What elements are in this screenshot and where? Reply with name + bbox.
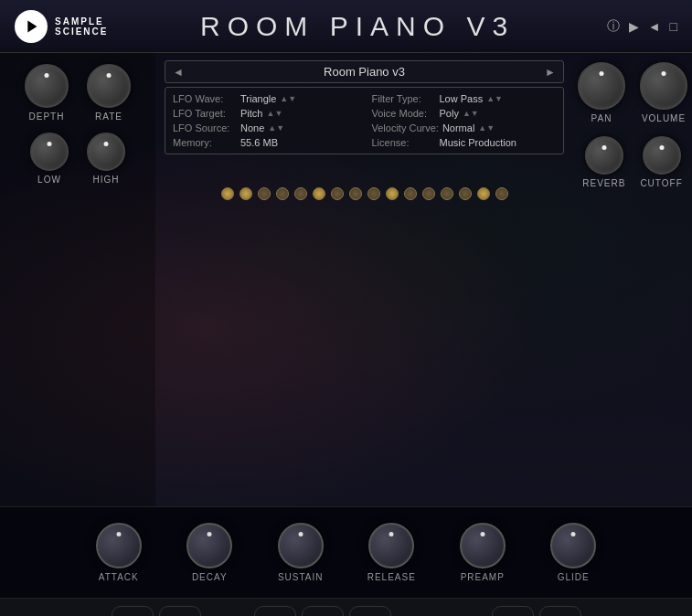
pads-row-top (11, 606, 681, 616)
logo-area: SAMPLE SCIENCE (15, 10, 108, 43)
dot-11[interactable] (404, 187, 417, 200)
license-label: License: (372, 137, 436, 148)
info-grid: LFO Wave: Triangle ▲▼ Filter Type: Low P… (165, 87, 564, 154)
dot-8[interactable] (349, 187, 362, 200)
envelope-section: ATTACK DECAY SUSTAIN RELEASE PREAMP GLID… (0, 506, 692, 598)
pan-knob[interactable] (578, 62, 625, 110)
center-panel: ◄ Room Piano v3 ► LFO Wave: Triangle ▲▼ … (155, 53, 573, 506)
attack-label: ATTACK (99, 572, 139, 582)
dot-9[interactable] (367, 187, 380, 200)
pad-top-7[interactable] (539, 606, 581, 616)
voice-mode-cell: Voice Mode: Poly ▲▼ (372, 108, 557, 119)
dot-7[interactable] (331, 187, 344, 200)
preset-next-button[interactable]: ► (545, 66, 556, 79)
logo-icon (15, 10, 48, 43)
preset-bar: ◄ Room Piano v3 ► (165, 60, 564, 83)
bottom-knob-row: LOW HIGH (30, 133, 125, 185)
window-button[interactable]: □ (670, 19, 677, 34)
lfo-target-stepper[interactable]: ▲▼ (266, 110, 282, 118)
info-button[interactable]: ⓘ (607, 18, 620, 35)
lfo-wave-stepper[interactable]: ▲▼ (280, 95, 296, 103)
pad-top-6[interactable] (492, 606, 534, 616)
lfo-wave-label: LFO Wave: (173, 93, 237, 104)
pad-spacer-2 (397, 606, 439, 616)
preamp-group: PREAMP (437, 523, 528, 582)
glide-group: GLIDE (528, 523, 620, 582)
lfo-source-cell: LFO Source: None ▲▼ (173, 122, 357, 133)
pads-section (0, 598, 692, 616)
low-label: LOW (37, 175, 61, 185)
preset-name: Room Piano v3 (324, 65, 405, 79)
voice-mode-stepper[interactable]: ▲▼ (463, 110, 479, 118)
rate-label: RATE (95, 112, 122, 122)
dot-3[interactable] (258, 187, 271, 200)
voice-mode-value: Poly (440, 108, 459, 119)
decay-knob[interactable] (186, 523, 232, 568)
lfo-wave-cell: LFO Wave: Triangle ▲▼ (173, 93, 357, 104)
pad-spacer-3 (444, 606, 486, 616)
dot-15[interactable] (477, 187, 490, 200)
attack-knob[interactable] (96, 523, 142, 568)
lfo-source-stepper[interactable]: ▲▼ (268, 124, 284, 133)
velocity-stepper[interactable]: ▲▼ (478, 124, 495, 133)
release-label: RELEASE (367, 572, 416, 582)
preamp-knob[interactable] (460, 523, 506, 568)
dot-16[interactable] (495, 187, 508, 200)
sustain-label: SUSTAIN (278, 572, 324, 582)
sustain-group: SUSTAIN (255, 523, 346, 582)
reverb-label: REVERB (582, 178, 625, 188)
dot-13[interactable] (441, 187, 453, 200)
dot-1[interactable] (221, 187, 234, 200)
pad-spacer-1 (207, 606, 249, 616)
sustain-knob[interactable] (278, 523, 324, 568)
release-knob[interactable] (368, 523, 414, 568)
filter-type-label: Filter Type: (372, 93, 436, 104)
filter-type-stepper[interactable]: ▲▼ (486, 95, 503, 103)
play-button[interactable]: ▶ (629, 19, 639, 34)
pad-top-3[interactable] (254, 606, 296, 616)
reverb-knob[interactable] (585, 136, 623, 175)
cutoff-knob[interactable] (643, 136, 681, 175)
high-knob[interactable] (87, 133, 125, 171)
memory-value: 55.6 MB (240, 137, 278, 148)
info-row-1: LFO Wave: Triangle ▲▼ Filter Type: Low P… (173, 91, 556, 106)
pad-top-1[interactable] (112, 606, 154, 616)
attack-group: ATTACK (73, 523, 165, 582)
rate-knob[interactable] (87, 64, 131, 108)
info-row-4: Memory: 55.6 MB License: Music Productio… (173, 135, 556, 150)
depth-label: DEPTH (29, 112, 65, 122)
depth-knob[interactable] (25, 64, 69, 108)
glide-knob[interactable] (550, 523, 596, 568)
low-knob[interactable] (30, 133, 69, 171)
volume-group: VOLUME (640, 62, 687, 123)
velocity-cell: Velocity Curve: Normal ▲▼ (372, 122, 557, 133)
dot-2[interactable] (240, 187, 252, 200)
volume-knob[interactable] (640, 62, 687, 110)
pad-top-2[interactable] (159, 606, 201, 616)
license-value: Music Production (440, 137, 516, 148)
dot-4[interactable] (276, 187, 289, 200)
dot-12[interactable] (422, 187, 435, 200)
back-button[interactable]: ◄ (648, 19, 661, 34)
pad-top-4[interactable] (302, 606, 344, 616)
decay-group: DECAY (165, 523, 256, 582)
dot-14[interactable] (459, 187, 472, 200)
lfo-source-label: LFO Source: (173, 122, 237, 133)
logo-line1: SAMPLE (55, 16, 108, 27)
preset-prev-button[interactable]: ◄ (173, 66, 184, 79)
info-row-2: LFO Target: Pitch ▲▼ Voice Mode: Poly ▲▼ (173, 106, 556, 121)
dot-10[interactable] (386, 187, 399, 200)
voice-mode-label: Voice Mode: (372, 108, 436, 119)
decay-label: DECAY (192, 572, 228, 582)
logo-text: SAMPLE SCIENCE (55, 16, 108, 37)
dot-5[interactable] (294, 187, 307, 200)
header: SAMPLE SCIENCE ROOM PIANO V3 ⓘ ▶ ◄ □ (0, 0, 692, 53)
dot-6[interactable] (313, 187, 325, 200)
app-title: ROOM PIANO V3 (200, 11, 515, 42)
top-knob-row: DEPTH RATE (25, 64, 131, 122)
pad-top-5[interactable] (349, 606, 391, 616)
memory-label: Memory: (173, 137, 237, 148)
left-panel: DEPTH RATE LOW HIGH (0, 53, 155, 506)
velocity-value: Normal (442, 122, 474, 133)
lfo-target-value: Pitch (240, 108, 262, 119)
